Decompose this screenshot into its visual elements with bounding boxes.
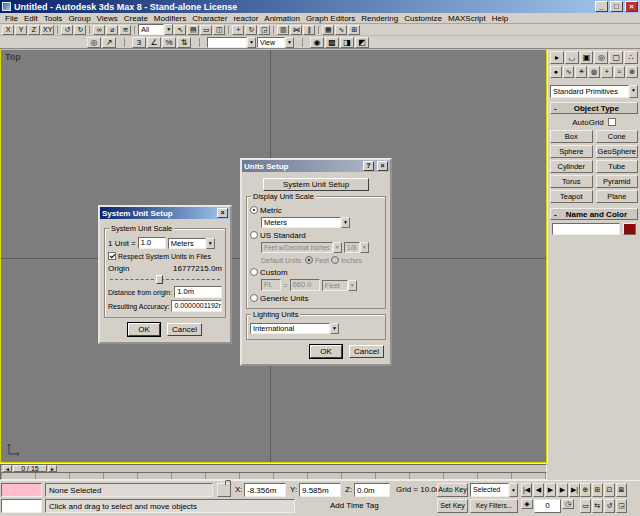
title-bar[interactable]: Untitled - Autodesk 3ds Max 8 - Stand-al… [0,0,640,13]
arc-rotate-icon[interactable]: ↺ [604,499,615,513]
render-type-icon[interactable]: ◨ [340,37,354,48]
render-scene-icon[interactable]: ▩ [325,37,339,48]
category-geometry[interactable]: ● [550,66,562,78]
selection-filter-dropdown[interactable]: All ▼ [138,24,173,35]
origin-slider[interactable] [110,275,220,284]
time-configuration-button[interactable]: ◷ [562,499,574,509]
metric-units-dropdown[interactable]: Meters ▼ [261,217,350,228]
object-button-cone[interactable]: Cone [596,130,639,143]
origin-slider-thumb[interactable] [156,275,163,284]
object-color-swatch[interactable] [623,223,636,235]
tab-modify[interactable]: ◡ [565,51,579,64]
tab-motion[interactable]: ◎ [594,51,608,64]
pan-icon[interactable]: ⇆ [592,499,603,513]
tab-hierarchy[interactable]: ▣ [580,51,594,64]
chevron-down-icon[interactable]: ▼ [333,242,342,253]
us-standard-radio[interactable] [250,231,258,239]
y-coordinate-field[interactable]: 9.585m [299,483,341,497]
zoom-extents-all-icon[interactable]: ⊠ [616,483,627,497]
menu-file[interactable]: File [2,14,21,23]
named-selection-sets-icon[interactable]: ▥ [277,25,289,35]
axis-constraint-xy-button[interactable]: XY [41,25,54,35]
category-cameras[interactable]: ◍ [588,66,600,78]
redo-icon[interactable]: ↻ [74,25,86,35]
chevron-down-icon[interactable]: ▼ [348,280,357,291]
chevron-down-icon[interactable]: ▼ [285,37,294,48]
time-slider-left-arrow[interactable]: ◄ [3,465,12,472]
zoom-all-icon[interactable]: ⊞ [592,483,603,497]
category-lights[interactable]: ☀ [575,66,587,78]
schematic-view-icon[interactable]: ⊞ [348,25,360,35]
custom-value-field[interactable]: 660.0 [290,279,320,291]
object-button-tube[interactable]: Tube [596,160,639,173]
window-crossing-toggle-icon[interactable]: ◫ [213,25,225,35]
axis-constraint-z-button[interactable]: Z [28,25,40,35]
current-frame-field[interactable]: 0 [534,499,561,513]
tab-display[interactable]: ▢ [609,51,623,64]
key-mode-selected-dropdown[interactable]: Selected ▼ [470,483,518,497]
lighting-units-dropdown[interactable]: International ▼ [250,323,339,334]
autogrid-checkbox[interactable] [608,118,616,126]
object-button-plane[interactable]: Plane [596,190,639,203]
category-shapes[interactable]: ∿ [563,66,575,78]
rollout-collapse-icon[interactable]: - [554,104,557,113]
chevron-down-icon[interactable]: ▼ [360,242,369,253]
maxscript-listener-input[interactable] [1,483,42,497]
axis-constraint-y-button[interactable]: Y [15,25,27,35]
object-button-torus[interactable]: Torus [550,175,593,188]
unit-type-dropdown[interactable]: Meters ▼ [168,238,215,249]
undo-icon[interactable]: ↺ [61,25,73,35]
add-time-tag[interactable]: Add Time Tag [330,501,379,510]
chevron-down-icon[interactable]: ▼ [629,85,638,98]
custom-unit-dropdown[interactable]: Feet ▼ [322,280,357,291]
object-class-dropdown[interactable]: Standard Primitives ▼ [550,85,638,98]
select-and-move-icon[interactable]: + [232,25,244,35]
previous-frame-button[interactable]: ◀ [533,483,544,497]
close-icon[interactable]: × [377,161,388,171]
menu-character[interactable]: Character [189,14,230,23]
rollout-collapse-icon[interactable]: - [554,210,557,219]
us-standard-units-dropdown[interactable]: Feet w/Decimal Inches ▼ [261,242,342,253]
select-object-icon[interactable]: ↖ [174,25,186,35]
chevron-down-icon[interactable]: ▼ [341,217,350,228]
cancel-button[interactable]: Cancel [349,345,384,358]
menu-reactor[interactable]: reactor [230,14,261,23]
spinner-snap-toggle-icon[interactable]: ⇅ [177,37,191,48]
category-space-warps[interactable]: ≈ [614,66,626,78]
default-feet-radio[interactable] [305,256,313,264]
play-button[interactable]: ▶ [545,483,556,497]
key-filters-button[interactable]: Key Filters... [470,499,518,513]
snaps-toggle-icon[interactable]: 3 [132,37,146,48]
zoom-extents-icon[interactable]: ⊡ [604,483,615,497]
select-and-manipulate-icon[interactable]: ↗ [102,37,116,48]
custom-radio[interactable] [250,268,258,276]
auto-key-button[interactable]: Auto Key [437,483,468,497]
set-key-button[interactable]: Set Key [437,499,468,513]
rectangular-selection-region-icon[interactable]: ▭ [200,25,212,35]
time-slider-right-arrow[interactable]: ► [48,465,57,472]
select-and-link-icon[interactable]: ∞ [93,25,105,35]
chevron-down-icon[interactable]: ▼ [247,37,256,48]
z-coordinate-field[interactable]: 0.0m [354,483,390,497]
select-by-name-icon[interactable]: ▤ [187,25,199,35]
chevron-down-icon[interactable]: ▼ [509,483,518,497]
select-and-uniform-scale-icon[interactable]: ◲ [258,25,270,35]
cancel-button[interactable]: Cancel [167,323,202,336]
axis-constraint-x-button[interactable]: X [2,25,14,35]
minimize-button[interactable]: _ [595,1,608,12]
us-fraction-dropdown[interactable]: 1/8 ▼ [344,242,369,253]
metric-radio[interactable] [250,206,258,214]
bind-to-space-warp-icon[interactable]: ≋ [119,25,131,35]
maximize-button[interactable]: □ [610,1,623,12]
zoom-icon[interactable]: ⊕ [580,483,591,497]
generic-units-radio[interactable] [250,294,258,302]
respect-system-units-checkbox[interactable] [108,252,116,260]
chevron-down-icon[interactable]: ▼ [206,238,215,249]
select-and-rotate-icon[interactable]: ↻ [245,25,257,35]
x-coordinate-field[interactable]: -8.356m [244,483,286,497]
material-editor-icon[interactable]: ◉ [310,37,324,48]
object-button-geosphere[interactable]: GeoSphere [596,145,639,158]
close-button[interactable]: × [625,1,638,12]
unit-value-field[interactable]: 1.0 [138,237,166,249]
object-button-pyramid[interactable]: Pyramid [596,175,639,188]
